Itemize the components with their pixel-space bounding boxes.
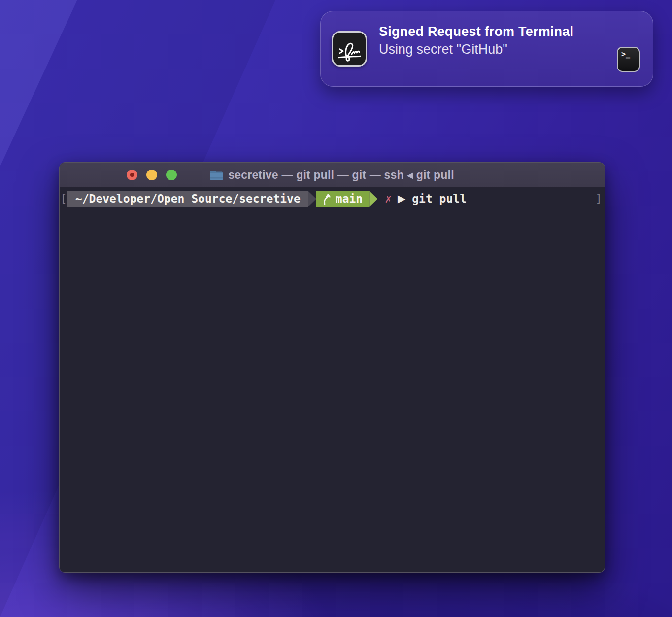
close-button[interactable] xyxy=(127,170,137,180)
powerline-separator-icon xyxy=(369,191,377,207)
titlebar[interactable]: secretive — git pull — git — ssh ◂ git p… xyxy=(60,163,605,188)
terminal-icon: >_ xyxy=(617,47,640,72)
terminal-icon-glyph: >_ xyxy=(621,50,630,59)
window-title: secretive — git pull — git — ssh ◂ git p… xyxy=(210,169,454,182)
typed-command: git pull xyxy=(412,191,467,207)
prompt-left-bracket: [ xyxy=(60,191,67,207)
prompt-path-segment: ~/Developer/Open Source/secretive xyxy=(67,191,308,207)
exit-status-icon: ✗ xyxy=(385,191,392,207)
notification-texts: Signed Request from Terminal Using secre… xyxy=(379,11,617,57)
prompt-right-bracket: ] xyxy=(595,191,602,207)
git-branch-icon xyxy=(322,193,331,205)
window-title-text: secretive — git pull — git — ssh ◂ git p… xyxy=(228,169,454,182)
notification-title: Signed Request from Terminal xyxy=(379,24,617,39)
prompt-arrow-icon: ▶ xyxy=(398,191,405,207)
terminal-content[interactable]: [ ~/Developer/Open Source/secretive main… xyxy=(60,188,605,572)
prompt-branch-segment: main xyxy=(316,191,369,207)
folder-icon xyxy=(210,170,223,181)
traffic-lights xyxy=(127,163,177,187)
prompt-spacer xyxy=(467,191,595,207)
notification-banner[interactable]: Signed Request from Terminal Using secre… xyxy=(320,11,653,87)
git-branch-name: main xyxy=(336,191,363,207)
minimize-button[interactable] xyxy=(146,170,157,180)
zoom-button[interactable] xyxy=(166,170,177,180)
shell-prompt: [ ~/Developer/Open Source/secretive main… xyxy=(60,191,605,207)
secretive-signature-icon xyxy=(332,31,367,67)
powerline-separator-icon xyxy=(308,191,316,207)
terminal-window[interactable]: secretive — git pull — git — ssh ◂ git p… xyxy=(60,163,605,572)
notification-subtitle: Using secret "GitHub" xyxy=(379,42,617,57)
